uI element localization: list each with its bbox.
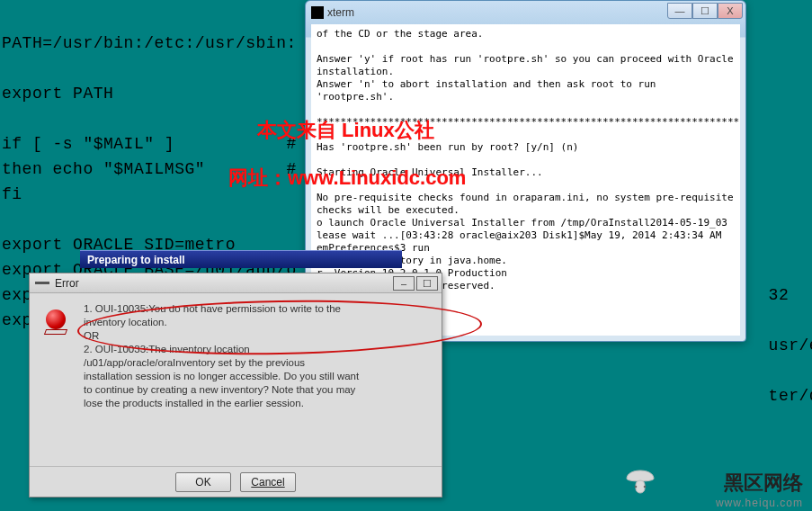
bg-line-right-1: 32 <box>769 286 790 304</box>
svg-rect-0 <box>636 480 645 493</box>
cancel-button[interactable]: Cancel <box>240 472 296 492</box>
bg-line-right-3: ter/d <box>769 387 812 405</box>
error-title: Error <box>55 277 79 290</box>
watermark-black: 黑区网络 www.heiqu.com <box>716 470 803 509</box>
xterm-icon <box>311 6 324 19</box>
error-titlebar[interactable]: Error – ☐ <box>30 273 442 293</box>
error-maximize-button[interactable]: ☐ <box>416 276 438 291</box>
xterm-titlebar[interactable]: xterm — ☐ X <box>306 1 745 24</box>
ok-button[interactable]: OK <box>175 472 231 492</box>
error-icon <box>42 302 73 461</box>
watermark-black-main: 黑区网络 <box>724 471 803 494</box>
window-menu-icon[interactable] <box>35 282 49 284</box>
close-button[interactable]: X <box>718 3 743 19</box>
mushroom-icon <box>621 461 659 498</box>
error-minimize-button[interactable]: – <box>393 276 415 291</box>
xterm-title: xterm <box>327 6 354 19</box>
maximize-button[interactable]: ☐ <box>692 3 718 19</box>
svg-point-1 <box>635 486 638 489</box>
watermark-black-sub: www.heiqu.com <box>716 497 803 509</box>
error-message: 1. OUI-10035:You do not have permission … <box>84 302 359 461</box>
svg-point-2 <box>644 486 647 489</box>
bg-line-right-2: usr/es <box>769 336 812 354</box>
error-dialog[interactable]: Error – ☐ 1. OUI-10035:You do not have p… <box>29 273 442 498</box>
minimize-button[interactable]: — <box>667 3 692 19</box>
preparing-to-install-bar: Preparing to install <box>80 250 402 268</box>
preparing-label: Preparing to install <box>87 254 185 266</box>
